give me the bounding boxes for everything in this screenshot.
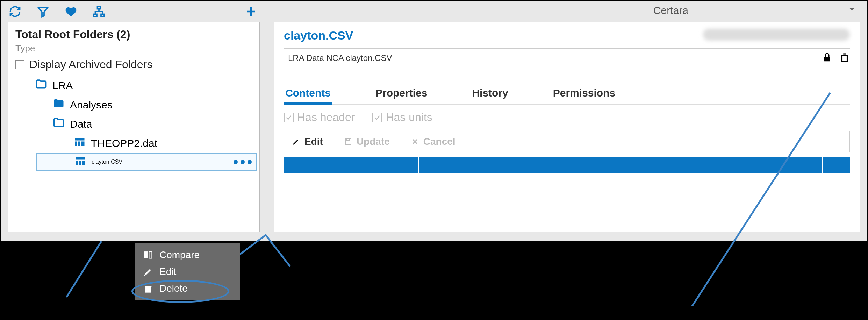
folder-icon	[52, 97, 65, 112]
edit-toolbar: Edit Update Cancel	[284, 131, 850, 152]
svg-rect-10	[81, 142, 85, 147]
tree-file-theopp2[interactable]: THEOPP2.dat	[70, 134, 252, 153]
svg-rect-3	[101, 14, 104, 17]
folder-tree: LRA Analyses Data THEOPP2.dat	[15, 76, 252, 153]
chevron-down-icon	[847, 5, 856, 16]
annotation-line-left	[63, 241, 133, 306]
tree-analyses[interactable]: Analyses	[49, 95, 252, 114]
archived-label: Display Archived Folders	[29, 58, 152, 71]
svg-rect-27	[146, 286, 151, 292]
svg-rect-22	[347, 139, 350, 141]
edit-button[interactable]: Edit	[292, 136, 323, 147]
tree-label: Data	[70, 118, 92, 130]
svg-rect-9	[78, 142, 80, 147]
svg-line-31	[66, 241, 101, 297]
svg-rect-1	[98, 6, 101, 9]
svg-rect-13	[79, 161, 81, 166]
archived-checkbox[interactable]	[15, 60, 24, 69]
svg-rect-11	[76, 157, 85, 160]
tree-file-clayton-selected[interactable]: clayton.CSV	[36, 153, 257, 171]
tree-label: LRA	[52, 80, 73, 92]
app-frame: Certara Total Root Folders (2) Type Disp…	[0, 0, 868, 242]
has-header-check: Has header	[284, 111, 355, 124]
svg-marker-6	[850, 8, 854, 11]
has-units-check: Has units	[372, 111, 432, 124]
breadcrumb-text: LRA Data NCA clayton.CSV	[288, 53, 392, 63]
top-toolbar: Certara	[1, 1, 867, 22]
trash-icon[interactable]	[839, 52, 850, 64]
checkbox-checked-icon	[284, 113, 294, 122]
filter-icon[interactable]	[36, 5, 50, 19]
data-file-icon	[73, 136, 86, 151]
svg-rect-7	[75, 138, 85, 141]
refresh-icon[interactable]	[8, 5, 22, 19]
svg-rect-2	[94, 14, 97, 17]
brand-label: Certara	[653, 5, 688, 16]
folder-open-icon	[35, 78, 48, 93]
tree-label: Analyses	[70, 99, 113, 111]
svg-rect-25	[145, 252, 148, 258]
svg-rect-17	[824, 57, 830, 62]
breadcrumb[interactable]: LRA Data NCA clayton.CSV	[284, 53, 392, 63]
blurred-user-info	[703, 29, 850, 41]
ctx-edit[interactable]: Edit	[135, 263, 240, 280]
sitemap-icon[interactable]	[92, 5, 106, 19]
ctx-compare[interactable]: Compare	[135, 247, 240, 263]
checkbox-checked-icon	[372, 113, 382, 122]
folder-panel: Total Root Folders (2) Type Display Arch…	[8, 22, 260, 232]
tab-history[interactable]: History	[471, 85, 509, 104]
file-title: clayton.CSV	[284, 29, 353, 42]
folder-open-icon	[52, 116, 65, 131]
svg-rect-21	[345, 139, 351, 144]
details-panel: clayton.CSV LRA Data NCA clayton.CSV Con…	[274, 22, 860, 232]
tree-root-lra[interactable]: LRA	[31, 76, 252, 95]
tab-contents[interactable]: Contents	[284, 85, 332, 105]
tree-label: clayton.CSV	[92, 159, 122, 165]
svg-rect-18	[842, 55, 847, 62]
add-icon[interactable]	[244, 5, 258, 19]
brand-dropdown[interactable]: Certara	[653, 5, 856, 16]
context-menu: Compare Edit Delete	[135, 243, 240, 300]
tree-label: THEOPP2.dat	[91, 137, 157, 149]
options-row: Has header Has units	[284, 111, 850, 124]
update-button: Update	[344, 136, 390, 147]
favorite-icon[interactable]	[64, 5, 78, 19]
tree-data[interactable]: Data	[49, 114, 252, 134]
lock-icon[interactable]	[822, 52, 832, 64]
folder-panel-subtitle: Type	[15, 43, 252, 54]
more-options-icon[interactable]	[234, 160, 252, 164]
ctx-delete[interactable]: Delete	[135, 280, 240, 297]
svg-marker-0	[38, 7, 48, 17]
tab-permissions[interactable]: Permissions	[552, 85, 617, 104]
svg-rect-26	[149, 252, 152, 258]
tab-properties[interactable]: Properties	[374, 85, 429, 104]
svg-rect-8	[75, 142, 77, 147]
table-header-strip	[284, 157, 850, 173]
svg-rect-12	[76, 161, 78, 166]
detail-tabs: Contents Properties History Permissions	[284, 85, 850, 105]
display-archived-row[interactable]: Display Archived Folders	[15, 58, 252, 71]
svg-rect-14	[82, 161, 85, 166]
folder-panel-title: Total Root Folders (2)	[15, 28, 252, 41]
divider	[284, 48, 850, 49]
panels: Total Root Folders (2) Type Display Arch…	[1, 22, 867, 232]
data-file-icon	[74, 155, 87, 169]
cancel-button: Cancel	[411, 136, 455, 147]
